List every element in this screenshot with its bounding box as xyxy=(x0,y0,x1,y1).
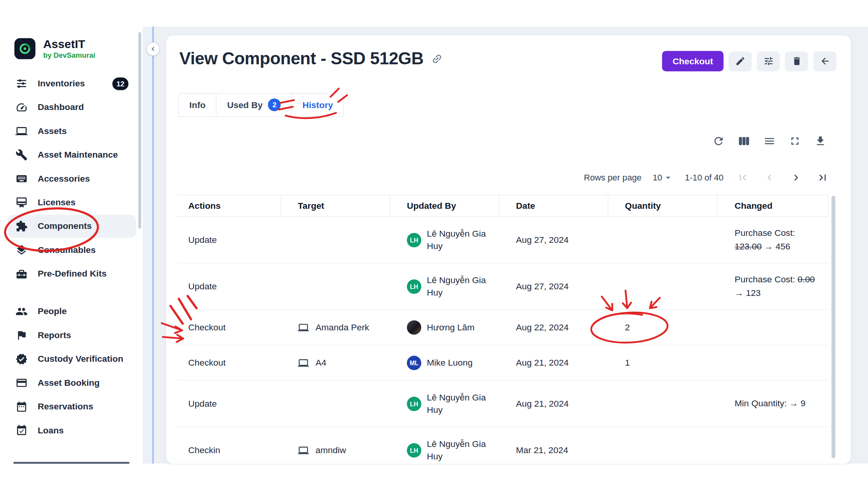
last-page-button[interactable] xyxy=(816,172,828,184)
sidebar-item-loans[interactable]: Loans xyxy=(8,419,136,442)
next-page-button[interactable] xyxy=(790,172,802,184)
table-row: Update LH Lê Nguyễn Gia Huy Aug 27, 2024… xyxy=(177,263,828,310)
column-header-changed[interactable]: Changed xyxy=(717,195,828,216)
kits-icon xyxy=(16,267,29,280)
user-name: Lê Nguyễn Gia Huy xyxy=(427,438,499,462)
cell-updated-by: LH Lê Nguyễn Gia Huy xyxy=(390,228,499,252)
target-name: A4 xyxy=(315,358,326,368)
settings-button[interactable] xyxy=(757,51,780,71)
target-name: amndiw xyxy=(315,445,346,455)
sidebar-item-label: Consumables xyxy=(38,245,96,255)
columns-button[interactable] xyxy=(738,135,750,147)
sidebar-item-asset-booking[interactable]: Asset Booking xyxy=(8,371,136,395)
table-scrollbar[interactable] xyxy=(832,196,835,458)
density-button[interactable] xyxy=(763,135,775,147)
accessories-icon xyxy=(16,172,29,185)
sidebar: AssetIT by DevSamurai Inventories 12 Das… xyxy=(0,27,143,464)
cell-changed: Min Quantity: → 9 xyxy=(717,397,828,410)
cell-target: Amanda Perk xyxy=(281,322,390,333)
sidebar-item-pre-defined-kits[interactable]: Pre-Defined Kits xyxy=(8,262,136,285)
user-name: Lê Nguyễn Gia Huy xyxy=(427,274,499,298)
cell-action: Update xyxy=(177,399,281,409)
download-icon xyxy=(814,135,826,147)
target-name: Amanda Perk xyxy=(315,322,369,332)
sidebar-item-label: Asset Booking xyxy=(38,378,100,388)
cell-quantity: 2 xyxy=(608,322,717,332)
sidebar-collapse-button[interactable] xyxy=(146,42,160,56)
copy-link-icon[interactable] xyxy=(429,50,445,67)
sidebar-item-label: Assets xyxy=(38,126,67,136)
cell-action: Update xyxy=(177,281,281,291)
cell-date: Aug 27, 2024 xyxy=(499,281,608,291)
first-page-icon xyxy=(737,172,749,184)
sidebar-item-asset-maintenance[interactable]: Asset Maintenance xyxy=(8,143,136,167)
licenses-icon xyxy=(16,196,29,209)
column-header-quantity[interactable]: Quantity xyxy=(608,195,717,216)
cell-quantity: 1 xyxy=(608,358,717,368)
people-icon xyxy=(16,305,29,318)
previous-page-button[interactable] xyxy=(763,172,775,184)
app-byline: by DevSamurai xyxy=(43,51,95,59)
sidebar-item-label: Components xyxy=(38,222,92,232)
sidebar-item-inventories[interactable]: Inventories 12 xyxy=(8,72,136,95)
first-page-button[interactable] xyxy=(737,172,749,184)
avatar xyxy=(407,320,421,334)
cell-updated-by: LH Lê Nguyễn Gia Huy xyxy=(390,438,499,462)
user-name: Hương Lâm xyxy=(427,321,474,333)
tab-used-by[interactable]: Used By 2 xyxy=(216,93,292,117)
download-button[interactable] xyxy=(814,135,826,147)
column-header-updated-by[interactable]: Updated By xyxy=(390,195,499,216)
cell-target: A4 xyxy=(281,357,390,368)
chevron-left-icon xyxy=(149,45,157,53)
sidebar-item-reservations[interactable]: Reservations xyxy=(8,395,136,418)
sidebar-scrollbar[interactable] xyxy=(138,32,141,229)
sidebar-item-accessories[interactable]: Accessories xyxy=(8,167,136,191)
reports-icon xyxy=(16,329,29,342)
user-name: Mike Luong xyxy=(427,357,472,369)
column-header-date[interactable]: Date xyxy=(499,195,608,216)
sidebar-item-licenses[interactable]: Licenses xyxy=(8,191,136,214)
cell-action: Checkin xyxy=(177,445,281,455)
changed-arrow: → xyxy=(789,399,798,408)
sidebar-item-reports[interactable]: Reports xyxy=(8,324,136,347)
density-icon xyxy=(763,135,775,147)
cell-changed: Purchase Cost: 0.00 → 123 xyxy=(717,273,828,300)
app-logo-row: AssetIT by DevSamurai xyxy=(0,27,143,63)
cell-date: Aug 22, 2024 xyxy=(499,322,608,332)
sidebar-item-dashboard[interactable]: Dashboard xyxy=(8,96,136,119)
tab-info[interactable]: Info xyxy=(178,93,217,117)
sidebar-item-assets[interactable]: Assets xyxy=(8,120,136,143)
rows-per-page-label: Rows per page xyxy=(584,173,642,183)
column-header-actions[interactable]: Actions xyxy=(177,195,281,216)
cell-updated-by: LH Lê Nguyễn Gia Huy xyxy=(390,392,499,416)
column-header-target[interactable]: Target xyxy=(281,195,390,216)
arrow-left-icon xyxy=(820,56,830,66)
sidebar-item-components[interactable]: Components xyxy=(8,215,136,238)
rows-per-page-select[interactable]: 10 xyxy=(653,172,674,183)
cell-target: amndiw xyxy=(281,445,390,456)
pagination-nav xyxy=(737,172,828,184)
app-logo-icon xyxy=(18,42,31,55)
delete-button[interactable] xyxy=(785,51,808,71)
sidebar-item-people[interactable]: People xyxy=(8,300,136,323)
app-logo xyxy=(14,38,35,59)
tab-history[interactable]: History xyxy=(291,93,344,117)
columns-icon xyxy=(738,135,750,147)
main-card: View Component - SSD 512GB Checkout Info xyxy=(166,35,851,464)
sidebar-item-consumables[interactable]: Consumables xyxy=(8,239,136,262)
back-button[interactable] xyxy=(813,51,837,71)
cell-action: Checkout xyxy=(177,358,281,368)
changed-new-value: 456 xyxy=(775,242,790,251)
table-header-row: ActionsTargetUpdated ByDateQuantityChang… xyxy=(177,195,828,217)
refresh-button[interactable] xyxy=(713,135,725,147)
assets-icon xyxy=(16,125,29,138)
used-by-count-badge: 2 xyxy=(268,98,281,111)
user-name: Lê Nguyễn Gia Huy xyxy=(427,228,499,252)
sidebar-item-custody-verification[interactable]: Custody Verification xyxy=(8,347,136,371)
cell-date: Aug 27, 2024 xyxy=(499,235,608,245)
cell-date: Mar 21, 2024 xyxy=(499,445,608,455)
edit-button[interactable] xyxy=(728,51,752,71)
fullscreen-button[interactable] xyxy=(789,135,801,147)
checkout-button[interactable]: Checkout xyxy=(662,51,723,71)
sidebar-nav: Inventories 12 Dashboard Assets Asset Ma… xyxy=(0,63,143,442)
